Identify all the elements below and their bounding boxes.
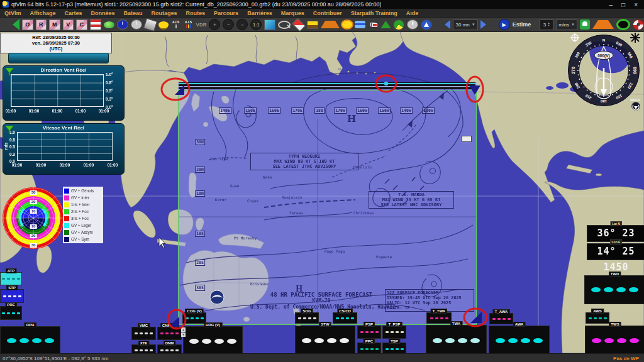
chart-thumb-r[interactable]: R xyxy=(36,19,47,30)
step-forward-icon[interactable] xyxy=(480,20,496,29)
value-dash xyxy=(201,317,204,319)
instrument-cscd[interactable]: CS/CD xyxy=(333,312,357,324)
bulb-icon[interactable] xyxy=(158,21,169,28)
instrument-dnm[interactable]: DNM xyxy=(157,344,182,353)
menu-item-aide[interactable]: Aide xyxy=(402,10,423,16)
menu-item-cartes[interactable]: Cartes xyxy=(60,10,87,16)
chart-thumb-o[interactable]: O xyxy=(22,19,33,30)
chart-square-icon[interactable] xyxy=(264,19,275,30)
instrument-tsp[interactable]: TSP xyxy=(382,343,406,353)
clock-blue-icon[interactable] xyxy=(117,19,128,30)
instrument-pre[interactable]: PRE xyxy=(0,306,22,320)
target-icon[interactable] xyxy=(616,19,630,30)
longitude-display[interactable]: Lon E 14° 25 1450 xyxy=(587,243,644,260)
menu-item-starpath-training[interactable]: Starpath Training xyxy=(347,10,402,16)
value-dash xyxy=(12,312,15,314)
instrument-ppc[interactable]: PPC xyxy=(357,343,381,353)
chart-thumb-c[interactable]: C xyxy=(76,19,87,30)
instrument-twa[interactable]: TWA xyxy=(426,325,487,353)
clock-gray-icon[interactable] xyxy=(131,19,142,30)
instrument-hdg[interactable]: HDG (V) xyxy=(183,326,243,353)
sun-icon[interactable] xyxy=(342,21,352,28)
instrument-vmc[interactable]: VMC xyxy=(131,327,156,340)
flags-icon[interactable] xyxy=(368,21,378,28)
loupe-icon[interactable] xyxy=(278,21,291,29)
instrument-cnm[interactable]: CNM (V) xyxy=(157,327,182,340)
clock-icon[interactable] xyxy=(407,19,418,30)
funnel-icon[interactable] xyxy=(5,126,14,134)
instrument-awa[interactable]: AWA xyxy=(489,326,550,353)
value-dash xyxy=(592,338,601,343)
menu-item-qtvlm[interactable]: QtVlm xyxy=(0,10,26,16)
mins-combo[interactable]: mins▼ xyxy=(556,19,577,30)
zoom-one-icon[interactable]: 1:1 xyxy=(250,19,262,30)
up-arrow-icon[interactable] xyxy=(321,21,340,28)
menu-item-barrières[interactable]: Barrières xyxy=(243,10,277,16)
lighthouse-icon[interactable] xyxy=(90,19,101,30)
funnel-icon[interactable] xyxy=(5,68,14,76)
time-step-combo[interactable]: 30 mn▼ xyxy=(453,19,477,30)
estime-spinbox[interactable]: 3▲▼ xyxy=(540,19,553,30)
grib-ellipse-icon[interactable] xyxy=(104,21,114,28)
menu-item-routes[interactable]: Routes xyxy=(182,10,210,16)
status-bar: 07°30,4952'S 109°51,9501'E - 092,9° 5 93… xyxy=(0,353,644,362)
zoom-in-icon[interactable]: + xyxy=(209,19,220,30)
ais-target-icon[interactable]: A.I.S xyxy=(171,19,181,30)
polar-ring-label: 20 xyxy=(30,234,37,238)
compass-config-icon xyxy=(570,33,579,42)
instrument-aws[interactable]: AWS xyxy=(586,312,609,324)
menu-item-bateau[interactable]: Bateau xyxy=(119,10,147,16)
x-tick: 01:00 xyxy=(84,163,94,167)
instrument-tws[interactable]: TWS xyxy=(585,326,644,353)
back-icon[interactable] xyxy=(3,19,19,30)
instrument-twd[interactable]: TWD xyxy=(584,275,644,304)
instrument-stp[interactable]: STP xyxy=(0,289,24,303)
instrument-atp[interactable]: ATP xyxy=(0,272,22,285)
chart-thumb-m[interactable]: M xyxy=(49,19,60,30)
instrument-dph[interactable]: DPH xyxy=(0,326,60,353)
instrument-tawa[interactable]: T_AWA xyxy=(489,313,513,324)
map-canvas[interactable]: H H 140E150E160E170E180170W160W150W140W1… xyxy=(0,31,644,353)
log-pen-icon[interactable] xyxy=(143,18,157,31)
cnm-spinner[interactable]: ▲▼ xyxy=(181,327,186,337)
instrument-label: STW xyxy=(319,322,331,327)
value-dash xyxy=(175,349,179,351)
maximize-button[interactable]: □ xyxy=(621,1,625,8)
minimize-button[interactable]: – xyxy=(609,1,613,8)
lifebuoy-icon[interactable] xyxy=(633,19,644,30)
menu-item-routages[interactable]: Routages xyxy=(147,10,182,16)
step-back-icon[interactable] xyxy=(435,20,450,29)
instrument-tpsp[interactable]: T_PSP xyxy=(382,326,406,339)
warning-icon[interactable] xyxy=(592,20,614,29)
close-button[interactable]: × xyxy=(634,1,638,8)
value-dash xyxy=(521,338,530,343)
value-dash xyxy=(186,317,189,319)
waves-icon[interactable] xyxy=(355,21,365,28)
bell-icon[interactable] xyxy=(580,19,590,30)
vdr-label[interactable]: VDR xyxy=(196,19,207,30)
ais-bars-icon[interactable]: A.I.S xyxy=(184,19,194,30)
instrument-psp[interactable]: PSP xyxy=(357,326,381,339)
zoom-out-icon[interactable]: − xyxy=(223,19,234,30)
chart-thumb-v[interactable]: V xyxy=(63,19,74,30)
instrument-sog[interactable]: SOG xyxy=(295,312,319,324)
play-icon[interactable]: ▶ xyxy=(499,19,510,30)
menu-item-contribuer[interactable]: Contribuer xyxy=(309,10,347,16)
instrument-ttwa[interactable]: T_TWA xyxy=(426,312,452,324)
instrument-stw[interactable]: STW xyxy=(295,326,355,353)
compass-needle-icon[interactable] xyxy=(292,18,306,31)
menu-item-marques[interactable]: Marques xyxy=(277,10,309,16)
spinner-arrows-icon[interactable]: ▲▼ xyxy=(547,22,550,27)
menu-item-affichage[interactable]: Affichage xyxy=(26,10,60,16)
zoom-window-icon[interactable]: ▫ xyxy=(236,19,248,30)
menu-item-parcours[interactable]: Parcours xyxy=(209,10,243,16)
instrument-xte[interactable]: XTE xyxy=(131,344,156,353)
boat-circle-icon[interactable] xyxy=(421,19,432,30)
compass-instrument[interactable]: N030060090120150180210240270300330 000(V… xyxy=(567,31,644,111)
instrument-cog[interactable]: COG (V) xyxy=(182,312,206,324)
globe-icon[interactable] xyxy=(393,19,404,30)
time-slider[interactable] xyxy=(8,53,109,63)
menu-item-données[interactable]: Données xyxy=(87,10,119,16)
recycle-icon[interactable] xyxy=(380,21,391,28)
marker-icon[interactable] xyxy=(307,21,318,29)
